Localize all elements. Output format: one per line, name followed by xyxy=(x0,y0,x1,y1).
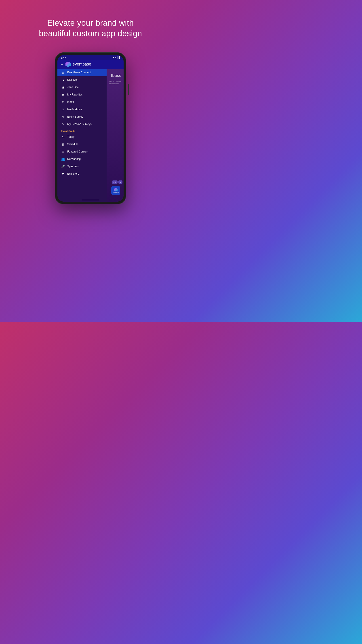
drawer-label-discover: Discover xyxy=(67,78,78,82)
home-indicator xyxy=(81,200,99,200)
profile-icon: ◉ xyxy=(61,86,65,89)
poi-pill: POI xyxy=(112,180,117,184)
event-guide-section-header: Event Guide xyxy=(57,128,107,133)
back-button[interactable]: ← xyxy=(60,62,64,66)
status-bar: 3:47 ▾ ▴ ▐▐ xyxy=(57,55,124,60)
navigation-drawer: ⌂ Eventbase Connect ◂ Discover ◉ Jane Do… xyxy=(57,69,107,202)
inbox-icon: ✉ xyxy=(61,100,65,104)
drawer-item-discover[interactable]: ◂ Discover xyxy=(57,76,107,84)
drawer-item-networking[interactable]: 👥 Networking xyxy=(57,156,107,163)
drawer-item-inbox[interactable]: ✉ Inbox xyxy=(57,98,107,106)
exhibitors-icon: ⚑ xyxy=(61,172,65,176)
drawer-label-my-session-surveys: My Session Surveys xyxy=(67,122,92,126)
drawer-label-jane-doe: Jane Doe xyxy=(67,86,79,89)
notifications-icon: ✉ xyxy=(61,108,65,111)
app-logo-icon xyxy=(65,62,71,67)
content-pills: POI M xyxy=(112,180,122,184)
drawer-label-inbox: Inbox xyxy=(67,100,74,104)
content-logo: eventbase xyxy=(111,186,120,195)
speakers-icon: 🎤 xyxy=(61,165,65,168)
drawer-item-schedule[interactable]: ▦ Schedule xyxy=(57,141,107,148)
status-icons: ▾ ▴ ▐▐ xyxy=(113,56,120,59)
app-title: eventbase xyxy=(73,62,91,67)
drawer-item-event-survey[interactable]: ✎ Event Survey xyxy=(57,113,107,120)
drawer-label-featured-content: Featured Content xyxy=(67,150,88,153)
drawer-label-notifications: Notifications xyxy=(67,108,82,111)
headline: Elevate your brand with beautiful custom… xyxy=(39,18,142,39)
drawer-label-today: Today xyxy=(67,135,74,138)
map-pill: M xyxy=(118,180,122,184)
content-logo-icon xyxy=(114,188,117,192)
wifi-icon: ▾ xyxy=(113,56,114,59)
star-icon: ★ xyxy=(61,93,65,96)
drawer-label-schedule: Schedule xyxy=(67,143,78,146)
home-icon: ⌂ xyxy=(61,71,65,74)
drawer-label-exhibitors: Exhibitors xyxy=(67,172,79,175)
drawer-label-my-favorites: My Favorites xyxy=(67,93,83,96)
drawer-item-my-favorites[interactable]: ★ My Favorites xyxy=(57,91,107,98)
drawer-label-eventbase-connect: Eventbase Connect xyxy=(67,71,91,74)
featured-content-icon: ▤ xyxy=(61,150,65,154)
drawer-label-speakers: Speakers xyxy=(67,165,79,168)
drawer-label-networking: Networking xyxy=(67,158,81,160)
main-content-area: tbase ntbase Platform personalized POI M… xyxy=(107,69,124,202)
drawer-item-my-session-surveys[interactable]: ✎ My Session Surveys xyxy=(57,120,107,128)
networking-icon: 👥 xyxy=(61,158,65,161)
drawer-item-jane-doe[interactable]: ◉ Jane Doe xyxy=(57,84,107,91)
phone-mockup: 3:47 ▾ ▴ ▐▐ ← eventbase ⌂ xyxy=(55,52,126,204)
content-logo-text: eventbase xyxy=(113,192,119,193)
screen-content: ⌂ Eventbase Connect ◂ Discover ◉ Jane Do… xyxy=(57,69,124,202)
battery-icon: ▐▐ xyxy=(117,56,120,59)
drawer-item-eventbase-connect[interactable]: ⌂ Eventbase Connect xyxy=(57,69,107,76)
app-header: ← eventbase xyxy=(57,60,124,69)
phone-frame: 3:47 ▾ ▴ ▐▐ ← eventbase ⌂ xyxy=(55,52,126,204)
signal-icon: ▴ xyxy=(115,56,116,59)
discover-icon: ◂ xyxy=(61,78,65,82)
drawer-label-event-survey: Event Survey xyxy=(67,115,83,118)
content-subtitle: ntbase Platform personalized xyxy=(109,80,121,85)
content-title: tbase xyxy=(111,73,121,78)
phone-screen: 3:47 ▾ ▴ ▐▐ ← eventbase ⌂ xyxy=(57,55,124,202)
schedule-icon: ▦ xyxy=(61,143,65,146)
side-button xyxy=(128,84,129,95)
survey-icon: ✎ xyxy=(61,115,65,118)
session-survey-icon: ✎ xyxy=(61,122,65,126)
drawer-item-today[interactable]: ◷ Today xyxy=(57,133,107,141)
drawer-item-featured-content[interactable]: ▤ Featured Content xyxy=(57,148,107,156)
headline-line1: Elevate your brand with xyxy=(47,18,134,28)
drawer-item-exhibitors[interactable]: ⚑ Exhibitors xyxy=(57,170,107,178)
today-icon: ◷ xyxy=(61,135,65,139)
headline-line2: beautiful custom app design xyxy=(39,29,142,38)
status-time: 3:47 xyxy=(61,56,66,59)
drawer-item-speakers[interactable]: 🎤 Speakers xyxy=(57,163,107,170)
drawer-item-notifications[interactable]: ✉ Notifications xyxy=(57,106,107,113)
